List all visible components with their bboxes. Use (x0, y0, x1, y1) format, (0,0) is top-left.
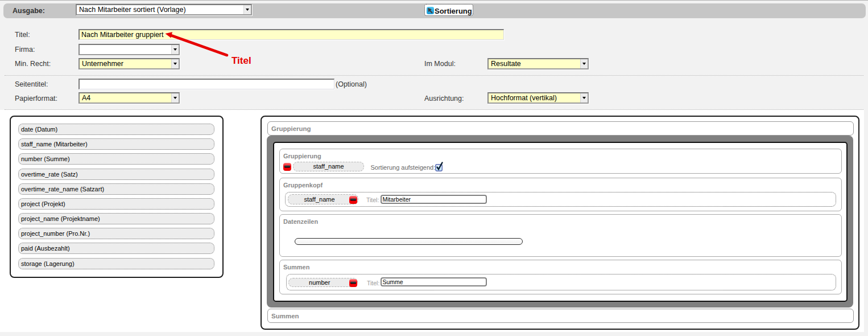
svg-text:Titel: Titel (232, 55, 251, 66)
